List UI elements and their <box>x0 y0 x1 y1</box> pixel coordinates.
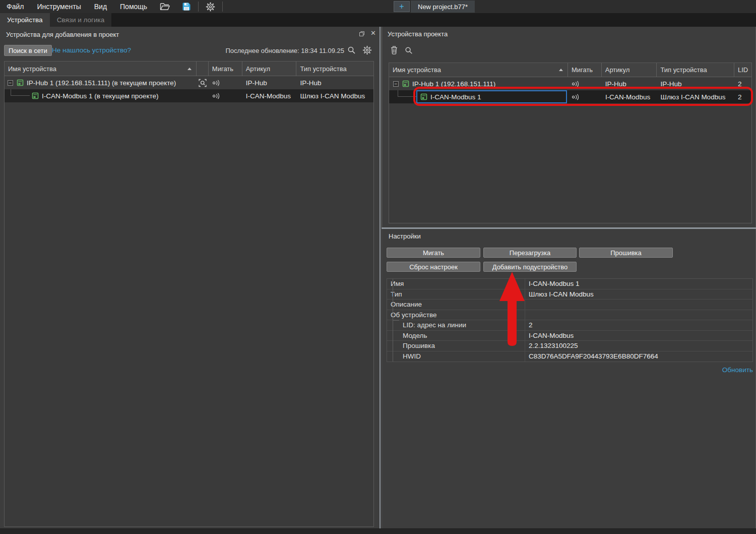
reboot-button[interactable]: Перезагрузка <box>483 248 577 258</box>
lid-cell[interactable]: 2 <box>734 90 751 103</box>
property-row-lid: LID: адрес на линии 2 <box>387 320 752 331</box>
column-header-blink[interactable]: Мигать <box>209 62 242 76</box>
device-name-cell[interactable]: − IP-Hub 1 (192.168.151.111) (в текущем … <box>5 76 197 89</box>
blink-icon[interactable] <box>568 90 602 103</box>
search-network-button[interactable]: Поиск в сети <box>4 45 52 56</box>
table-row-ip-hub[interactable]: − IP-Hub 1 (192.168.151.111) (в текущем … <box>5 76 373 89</box>
devices-to-add-panel: Устройства для добавления в проект ✕ Пои… <box>0 27 380 528</box>
table-row-i-can-modbus[interactable]: I-CAN-Modbus 1 (в текущем проекте) I-CAN… <box>5 89 373 102</box>
blink-icon[interactable] <box>568 77 602 90</box>
tree-line <box>393 279 393 320</box>
property-label: Модель <box>387 331 525 341</box>
property-row-type: Тип Шлюз I-CAN Modbus <box>387 289 752 300</box>
open-folder-icon[interactable] <box>154 0 176 13</box>
property-value[interactable]: C83D76A5DFA9F20443793E6B80DF7664 <box>525 351 752 362</box>
close-panel-icon[interactable]: ✕ <box>370 29 376 37</box>
property-label: Тип <box>387 289 525 300</box>
column-header-device-name[interactable]: Имя устройства <box>5 62 197 76</box>
column-header-type[interactable]: Тип устройства <box>296 62 373 76</box>
property-label: LID: адрес на линии <box>387 320 525 330</box>
column-header-article[interactable]: Артикул <box>602 63 657 77</box>
device-name-label: IP-Hub 1 (192.168.151.111) <box>412 80 495 88</box>
new-project-tab-button[interactable]: + <box>394 1 410 12</box>
scan-cell-empty <box>197 89 209 102</box>
panel-title: Устройства проекта <box>388 30 448 38</box>
type-cell[interactable]: Шлюз I-CAN Modbus <box>657 90 735 103</box>
article-cell[interactable]: IP-Hub <box>602 77 657 90</box>
device-icon <box>420 93 427 100</box>
collapse-expander-icon[interactable]: − <box>8 80 13 86</box>
property-label: Прошивка <box>387 341 525 351</box>
sort-ascending-icon <box>187 68 192 70</box>
refresh-link[interactable]: Обновить <box>722 366 753 374</box>
article-cell[interactable]: I-CAN-Modbus <box>242 89 297 102</box>
tree-branch-line <box>11 89 30 96</box>
search-icon[interactable] <box>347 46 356 54</box>
column-header-device-name[interactable]: Имя устройства <box>389 63 568 77</box>
column-header-scan[interactable] <box>197 62 209 76</box>
column-header-lid[interactable]: LID <box>734 63 751 77</box>
blink-button[interactable]: Мигать <box>387 248 480 258</box>
save-icon[interactable] <box>176 0 197 13</box>
float-panel-icon[interactable] <box>359 31 364 36</box>
type-cell[interactable]: IP-Hub <box>296 76 373 89</box>
property-label: Имя <box>387 279 525 289</box>
property-value[interactable]: I-CAN-Modbus 1 <box>525 279 752 289</box>
last-update-label: Последнее обновление: 18:34 11.09.25 <box>225 47 344 54</box>
property-value <box>525 310 752 320</box>
menu-tools[interactable]: Инструменты <box>30 0 87 13</box>
tab-links-logic[interactable]: Связи и логика <box>50 13 112 27</box>
reset-settings-button[interactable]: Сброс настроек <box>387 262 480 272</box>
device-name-cell[interactable]: − IP-Hub 1 (192.168.151.111) <box>389 77 568 90</box>
device-name-cell[interactable]: I-CAN-Modbus 1 (в текущем проекте) <box>5 89 197 102</box>
property-value[interactable]: I-CAN-Modbus <box>525 331 752 341</box>
table-row-i-can-modbus-selected[interactable]: I-CAN-Modbus 1 I-CAN-Modbus Шлюз I-CAN M… <box>389 90 751 103</box>
device-icon <box>17 79 24 86</box>
blink-icon[interactable] <box>209 76 242 89</box>
property-value[interactable] <box>525 300 752 310</box>
application-window: Файл Инструменты Вид Помощь + New projec… <box>0 0 756 534</box>
type-cell[interactable]: IP-Hub <box>657 77 735 90</box>
add-subdevice-button[interactable]: Добавить подустройство <box>483 262 577 272</box>
property-value[interactable]: Шлюз I-CAN Modbus <box>525 289 752 300</box>
device-name-label: I-CAN-Modbus 1 (в текущем проекте) <box>42 92 158 100</box>
property-row-name: Имя I-CAN-Modbus 1 <box>387 279 752 289</box>
device-icon <box>32 92 39 99</box>
available-devices-table: Имя устройства Мигать Артикул Тип устрой… <box>4 61 374 527</box>
search-icon[interactable] <box>405 46 413 54</box>
collapse-expander-icon[interactable]: − <box>393 81 399 87</box>
menu-help[interactable]: Помощь <box>113 0 154 13</box>
left-panel-toolbar: Поиск в сети Не нашлось устройство? Посл… <box>0 44 380 57</box>
scan-settings-gear-icon[interactable] <box>362 45 372 55</box>
table-header-row: Имя устройства Мигать Артикул Тип устрой… <box>389 63 751 77</box>
view-tab-strip: Устройства Связи и логика <box>0 13 756 27</box>
column-header-type[interactable]: Тип устройства <box>657 63 734 77</box>
article-cell[interactable]: I-CAN-Modbus <box>602 90 657 103</box>
settings-panel: Настройки Мигать Перезагрузка Прошивка С… <box>382 229 756 528</box>
settings-gear-icon[interactable] <box>200 0 221 13</box>
type-cell[interactable]: Шлюз I-CAN Modbus <box>296 89 373 102</box>
device-not-found-link[interactable]: Не нашлось устройство? <box>52 46 131 54</box>
delete-device-icon[interactable] <box>391 46 398 54</box>
device-icon <box>402 80 409 87</box>
column-header-blink[interactable]: Мигать <box>568 63 602 77</box>
status-strip <box>0 528 756 534</box>
firmware-button[interactable]: Прошивка <box>579 248 673 258</box>
locate-device-icon[interactable] <box>197 76 209 89</box>
tab-devices[interactable]: Устройства <box>0 13 50 27</box>
property-row-model: Модель I-CAN-Modbus <box>387 331 752 341</box>
property-value[interactable]: 2.2.1323100225 <box>525 341 752 351</box>
menu-view[interactable]: Вид <box>88 0 113 13</box>
article-cell[interactable]: IP-Hub <box>242 76 297 89</box>
column-header-article[interactable]: Артикул <box>242 62 297 76</box>
lid-cell[interactable]: 2 <box>734 77 751 90</box>
blink-icon[interactable] <box>209 89 242 102</box>
project-document-tab[interactable]: New project.b77* <box>411 1 475 13</box>
project-devices-panel: Устройства проекта Имя устройства Мигать… <box>382 27 756 227</box>
property-label: Описание <box>387 300 525 310</box>
menu-file[interactable]: Файл <box>0 0 30 13</box>
property-value[interactable]: 2 <box>525 320 752 330</box>
property-row-hwid: HWID C83D76A5DFA9F20443793E6B80DF7664 <box>387 351 752 362</box>
table-row-ip-hub[interactable]: − IP-Hub 1 (192.168.151.111) IP-Hub IP-H… <box>389 77 751 90</box>
property-group-label[interactable]: Об устройстве <box>387 310 525 320</box>
